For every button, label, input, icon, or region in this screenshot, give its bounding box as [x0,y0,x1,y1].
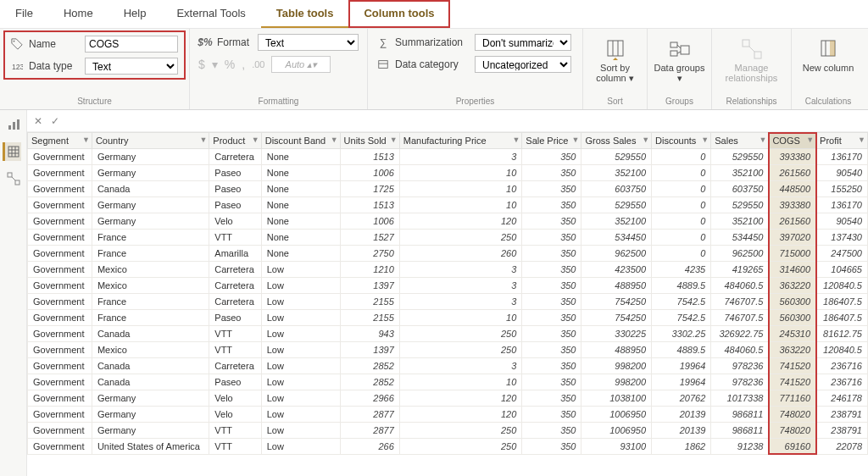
column-name-input[interactable] [85,36,178,53]
column-header[interactable]: Segment▼ [28,133,92,149]
column-header[interactable]: Manufacturing Price▼ [399,133,522,149]
format-select[interactable]: Text [258,34,359,51]
svg-rect-19 [13,122,15,130]
tab-external-tools[interactable]: External Tools [161,0,260,28]
data-groups-button[interactable]: Data groups ▾ [649,34,710,87]
svg-rect-18 [8,125,11,130]
svg-rect-2 [379,61,388,69]
group-structure-label: Structure [8,95,181,108]
svg-rect-17 [830,41,835,56]
table-row[interactable]: GovernmentFranceAmarillaNone275026035096… [28,246,868,262]
data-category-select[interactable]: Uncategorized [475,56,571,73]
data-view-button[interactable] [3,142,21,161]
format-label: Format [217,36,253,48]
tab-help[interactable]: Help [108,0,162,28]
filter-dropdown-icon[interactable]: ▼ [806,136,814,144]
decimals-icon: .00 [252,59,264,69]
new-column-button[interactable]: New column [798,34,859,76]
svg-text:123: 123 [12,63,23,71]
column-header[interactable]: Country▼ [92,133,209,149]
table-row[interactable]: GovernmentGermanyCarreteraNone1513335052… [28,149,868,165]
filter-dropdown-icon[interactable]: ▼ [572,136,580,144]
summarization-label: Summarization [395,36,470,48]
svg-rect-21 [8,147,19,157]
table-row[interactable]: GovernmentGermanyVeloNone100612035035210… [28,213,868,230]
tab-table-tools[interactable]: Table tools [261,0,349,28]
column-header[interactable]: Sale Price▼ [522,133,581,149]
ribbon: Name 123 Data type Text Structure $% For… [0,29,868,110]
sort-by-column-button[interactable]: Sort by column ▾ [585,34,646,87]
model-view-button[interactable] [4,169,23,188]
column-header[interactable]: Gross Sales▼ [581,133,652,149]
filter-dropdown-icon[interactable]: ▼ [642,136,649,144]
percent-button[interactable]: % [225,58,235,71]
table-row[interactable]: GovernmentFranceVTTNone15272503505344500… [28,230,868,246]
filter-dropdown-icon[interactable]: ▼ [331,136,338,144]
commit-formula-icon[interactable]: ✓ [51,115,59,127]
table-row[interactable]: GovernmentMexicoCarreteraLow139733504889… [28,278,868,294]
table-row[interactable]: GovernmentGermanyVTTLow28772503501006950… [28,423,868,439]
datatype-icon: 123 [10,59,24,73]
group-structure: Name 123 Data type Text Structure [0,29,190,109]
table-row[interactable]: GovernmentGermanyPaseoNone15131035052955… [28,197,868,213]
datatype-select[interactable]: Text [85,58,178,75]
formula-bar: ✕ ✓ [27,110,868,132]
table-row[interactable]: GovernmentCanadaPaseoNone172510350603750… [28,181,868,197]
filter-dropdown-icon[interactable]: ▼ [199,136,207,144]
svg-rect-9 [681,46,689,54]
summarization-select[interactable]: Don't summarize [475,34,571,51]
comma-button[interactable]: , [242,58,245,71]
table-row[interactable]: GovernmentGermanyPaseoNone10061035035210… [28,165,868,181]
tag-icon [10,37,24,51]
column-header[interactable]: Sales▼ [711,133,769,149]
report-view-button[interactable] [4,115,23,134]
name-label: Name [29,38,80,50]
group-groups: Data groups ▾ Groups [648,29,712,109]
filter-dropdown-icon[interactable]: ▼ [512,136,520,144]
filter-dropdown-icon[interactable]: ▼ [390,136,398,144]
tab-home[interactable]: Home [48,0,108,28]
svg-line-28 [12,177,15,180]
table-row[interactable]: GovernmentFranceCarreteraLow215533507542… [28,294,868,310]
view-rail [0,110,27,476]
table-row[interactable]: GovernmentCanadaPaseoLow2852103509982001… [28,374,868,390]
column-header[interactable]: Discount Band▼ [261,133,340,149]
data-grid[interactable]: Segment▼Country▼Product▼Discount Band▼Un… [27,132,868,476]
datatype-label: Data type [29,60,80,72]
auto-decimals-input[interactable]: Auto ▴▾ [271,56,331,73]
column-header[interactable]: COGS▼ [769,133,816,149]
ribbon-tabs: File Home Help External Tools Table tool… [0,0,868,29]
column-header[interactable]: Product▼ [209,133,261,149]
currency-button[interactable]: $ [198,58,205,71]
svg-rect-13 [754,52,761,58]
svg-line-11 [677,52,681,53]
filter-dropdown-icon[interactable]: ▼ [252,136,259,144]
category-icon [376,58,390,71]
group-formatting: $% Format Text $ ▾ % , .00 Auto ▴▾ Forma… [190,29,368,109]
svg-rect-4 [608,41,623,56]
table-row[interactable]: GovernmentMexicoCarreteraLow121033504235… [28,262,868,278]
column-header[interactable]: Profit▼ [816,133,868,149]
manage-relationships-button: Manage relationships [721,34,782,86]
cancel-formula-icon[interactable]: ✕ [34,115,42,127]
tab-column-tools[interactable]: Column tools [348,0,449,28]
tab-file[interactable]: File [0,0,48,28]
column-header[interactable]: Units Sold▼ [340,133,399,149]
table-row[interactable]: GovernmentGermanyVeloLow2877120350100695… [28,407,868,423]
table-row[interactable]: GovernmentGermanyVeloLow2966120350103810… [28,390,868,407]
filter-dropdown-icon[interactable]: ▼ [82,136,90,144]
table-row[interactable]: GovernmentFrancePaseoLow2155103507542507… [28,310,868,326]
table-row[interactable]: GovernmentCanadaCarreteraLow285233509982… [28,358,868,374]
svg-rect-12 [743,40,749,47]
table-row[interactable]: GovernmentCanadaVTTLow943250350330225330… [28,326,868,342]
column-header[interactable]: Discounts▼ [652,133,711,149]
format-icon: $% [198,36,212,49]
data-category-label: Data category [395,58,470,70]
filter-dropdown-icon[interactable]: ▼ [858,136,865,144]
svg-rect-7 [670,42,677,47]
filter-dropdown-icon[interactable]: ▼ [701,136,709,144]
svg-rect-26 [8,173,12,177]
filter-dropdown-icon[interactable]: ▼ [759,136,766,144]
table-row[interactable]: GovernmentUnited States of AmericaVTTLow… [28,439,868,455]
table-row[interactable]: GovernmentMexicoVTTLow139725035048895048… [28,342,868,358]
